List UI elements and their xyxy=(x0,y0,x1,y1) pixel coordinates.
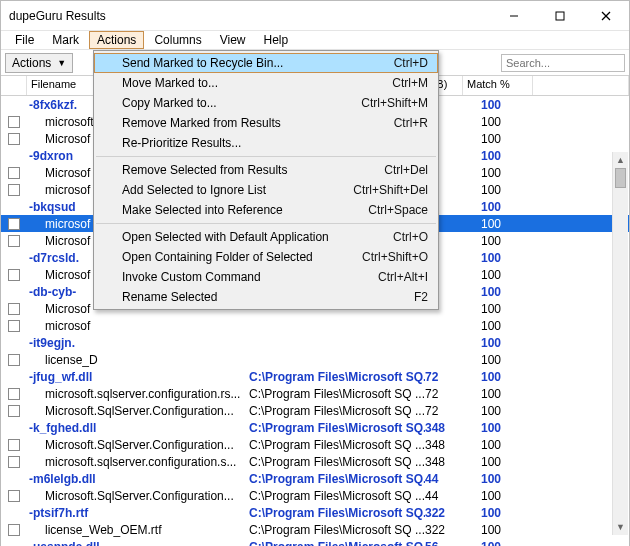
menu-remove-marked[interactable]: Remove Marked from Results Ctrl+R xyxy=(94,113,438,133)
row-checkbox[interactable] xyxy=(8,456,20,468)
row-checkbox[interactable] xyxy=(8,184,20,196)
titlebar: dupeGuru Results xyxy=(1,1,629,31)
close-button[interactable] xyxy=(583,1,629,31)
menu-open-folder[interactable]: Open Containing Folder of Selected Ctrl+… xyxy=(94,247,438,267)
table-row[interactable]: -k_fghed.dllC:\Program Files\Microsoft S… xyxy=(1,419,629,436)
table-row[interactable]: -uesnnda.dllC:\Program Files\Microsoft S… xyxy=(1,538,629,546)
menu-actions[interactable]: Actions xyxy=(89,31,144,49)
row-checkbox[interactable] xyxy=(8,116,20,128)
scroll-down-icon[interactable]: ▼ xyxy=(613,519,628,535)
table-row[interactable]: -ptsif7h.rtfC:\Program Files\Microsoft S… xyxy=(1,504,629,521)
table-row[interactable]: Microsoft.SqlServer.Configuration...C:\P… xyxy=(1,402,629,419)
column-header-checkbox[interactable] xyxy=(1,76,27,95)
menu-separator xyxy=(96,223,436,224)
cell-filename: microsof xyxy=(27,319,249,333)
row-checkbox-cell xyxy=(1,235,27,247)
table-row[interactable]: Microsoft.SqlServer.Configuration...C:\P… xyxy=(1,436,629,453)
cell-filename: -jfug_wf.dll xyxy=(27,370,249,384)
cell-folder: C:\Program Files\Microsoft SQ ... xyxy=(249,438,425,452)
scroll-up-icon[interactable]: ▲ xyxy=(613,152,628,168)
cell-match: 100 xyxy=(463,217,533,231)
row-checkbox[interactable] xyxy=(8,303,20,315)
cell-size: 322 xyxy=(425,523,463,537)
table-row[interactable]: -jfug_wf.dllC:\Program Files\Microsoft S… xyxy=(1,368,629,385)
cell-size: 348 xyxy=(425,438,463,452)
cell-match: 100 xyxy=(463,166,533,180)
menu-mark[interactable]: Mark xyxy=(44,31,87,49)
menu-file[interactable]: File xyxy=(7,31,42,49)
row-checkbox[interactable] xyxy=(8,269,20,281)
vertical-scrollbar[interactable]: ▲ ▼ xyxy=(612,152,628,535)
table-row[interactable]: microsoft.sqlserver.configuration.rs...C… xyxy=(1,385,629,402)
menu-reprioritize[interactable]: Re-Prioritize Results... xyxy=(94,133,438,153)
table-row[interactable]: Microsoft.SqlServer.Configuration...C:\P… xyxy=(1,487,629,504)
cell-match: 100 xyxy=(463,183,533,197)
row-checkbox-cell xyxy=(1,303,27,315)
menu-move-marked[interactable]: Move Marked to... Ctrl+M xyxy=(94,73,438,93)
cell-match: 100 xyxy=(463,438,533,452)
table-row[interactable]: license_Web_OEM.rtfC:\Program Files\Micr… xyxy=(1,521,629,538)
scroll-thumb[interactable] xyxy=(615,168,626,188)
actions-dropdown-button[interactable]: Actions ▼ xyxy=(5,53,73,73)
row-checkbox-cell xyxy=(1,490,27,502)
menu-view[interactable]: View xyxy=(212,31,254,49)
search-input[interactable] xyxy=(501,54,625,72)
cell-size: 72 xyxy=(425,387,463,401)
cell-folder: C:\Program Files\Microsoft SQ... xyxy=(249,370,425,384)
table-row[interactable]: -m6lelgb.dllC:\Program Files\Microsoft S… xyxy=(1,470,629,487)
row-checkbox[interactable] xyxy=(8,524,20,536)
row-checkbox[interactable] xyxy=(8,133,20,145)
row-checkbox[interactable] xyxy=(8,490,20,502)
row-checkbox-cell xyxy=(1,388,27,400)
menu-remove-selected[interactable]: Remove Selected from Results Ctrl+Del xyxy=(94,160,438,180)
row-checkbox-cell xyxy=(1,524,27,536)
column-header-match[interactable]: Match % xyxy=(463,76,533,95)
table-row[interactable]: -it9egjn.100 xyxy=(1,334,629,351)
row-checkbox-cell xyxy=(1,354,27,366)
cell-match: 100 xyxy=(463,540,533,547)
cell-folder: C:\Program Files\Microsoft SQ... xyxy=(249,421,425,435)
menu-columns[interactable]: Columns xyxy=(146,31,209,49)
cell-folder: C:\Program Files\Microsoft SQ ... xyxy=(249,455,425,469)
row-checkbox[interactable] xyxy=(8,167,20,179)
table-row[interactable]: microsof100 xyxy=(1,317,629,334)
row-checkbox[interactable] xyxy=(8,218,20,230)
cell-match: 100 xyxy=(463,472,533,486)
maximize-button[interactable] xyxy=(537,1,583,31)
actions-menu: Send Marked to Recycle Bin... Ctrl+D Mov… xyxy=(93,50,439,310)
row-checkbox[interactable] xyxy=(8,320,20,332)
row-checkbox[interactable] xyxy=(8,354,20,366)
table-row[interactable]: license_D100 xyxy=(1,351,629,368)
menu-invoke-custom[interactable]: Invoke Custom Command Ctrl+Alt+I xyxy=(94,267,438,287)
menu-help[interactable]: Help xyxy=(256,31,297,49)
menu-make-reference[interactable]: Make Selected into Reference Ctrl+Space xyxy=(94,200,438,220)
cell-folder: C:\Program Files\Microsoft SQ ... xyxy=(249,489,425,503)
minimize-button[interactable] xyxy=(491,1,537,31)
menu-add-ignore[interactable]: Add Selected to Ignore List Ctrl+Shift+D… xyxy=(94,180,438,200)
cell-match: 100 xyxy=(463,455,533,469)
cell-match: 100 xyxy=(463,370,533,384)
row-checkbox[interactable] xyxy=(8,388,20,400)
menu-open-default[interactable]: Open Selected with Default Application C… xyxy=(94,227,438,247)
cell-size: 348 xyxy=(425,455,463,469)
row-checkbox[interactable] xyxy=(8,439,20,451)
table-row[interactable]: microsoft.sqlserver.configuration.s...C:… xyxy=(1,453,629,470)
window-title: dupeGuru Results xyxy=(9,9,491,23)
row-checkbox-cell xyxy=(1,320,27,332)
cell-filename: Microsoft.SqlServer.Configuration... xyxy=(27,438,249,452)
row-checkbox[interactable] xyxy=(8,235,20,247)
actions-button-label: Actions xyxy=(12,56,51,70)
cell-match: 100 xyxy=(463,285,533,299)
menu-send-to-recycle-bin[interactable]: Send Marked to Recycle Bin... Ctrl+D xyxy=(94,53,438,73)
cell-filename: -m6lelgb.dll xyxy=(27,472,249,486)
cell-match: 100 xyxy=(463,200,533,214)
cell-match: 100 xyxy=(463,115,533,129)
cell-match: 100 xyxy=(463,302,533,316)
cell-match: 100 xyxy=(463,132,533,146)
menu-copy-marked[interactable]: Copy Marked to... Ctrl+Shift+M xyxy=(94,93,438,113)
menu-rename-selected[interactable]: Rename Selected F2 xyxy=(94,287,438,307)
cell-size: 348 xyxy=(425,421,463,435)
cell-folder: C:\Program Files\Microsoft SQ... xyxy=(249,540,425,547)
cell-filename: Microsoft.SqlServer.Configuration... xyxy=(27,489,249,503)
row-checkbox[interactable] xyxy=(8,405,20,417)
